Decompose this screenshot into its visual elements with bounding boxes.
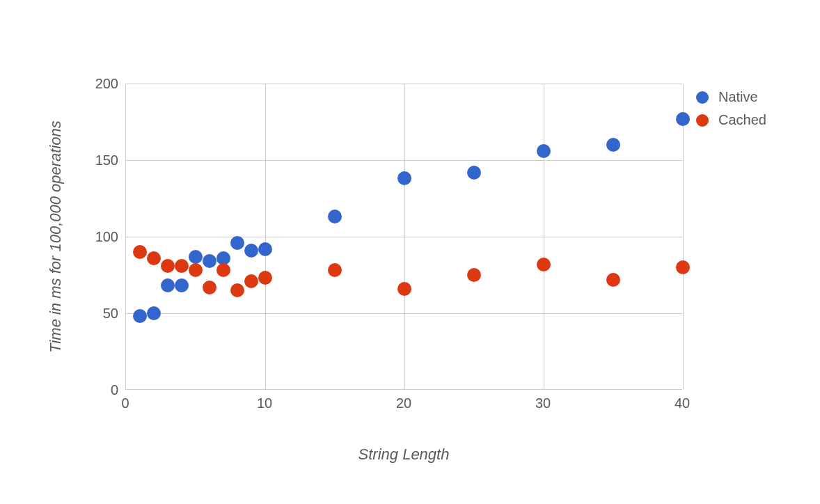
grid-line-vertical xyxy=(544,84,544,389)
data-point xyxy=(397,171,411,185)
data-point xyxy=(161,259,175,273)
x-tick-label: 20 xyxy=(396,395,411,411)
data-point xyxy=(244,274,258,288)
scatter-chart: Time in ms for 100,000 operations String… xyxy=(0,0,820,504)
x-tick-label: 40 xyxy=(675,395,690,411)
grid-line-vertical xyxy=(265,84,266,389)
data-point xyxy=(537,258,551,271)
data-point xyxy=(676,260,690,274)
data-point xyxy=(147,251,161,265)
y-tick-label: 100 xyxy=(84,229,118,245)
data-point xyxy=(175,278,189,292)
data-point xyxy=(189,250,203,264)
x-axis-label: String Length xyxy=(358,446,450,464)
y-axis-label: Time in ms for 100,000 operations xyxy=(47,120,65,353)
data-point xyxy=(230,283,244,297)
y-tick-label: 150 xyxy=(84,152,118,168)
data-point xyxy=(467,166,481,180)
data-point xyxy=(230,236,244,250)
data-point xyxy=(133,245,147,259)
data-point xyxy=(175,259,189,273)
data-point xyxy=(203,281,216,294)
x-tick-label: 0 xyxy=(121,395,129,411)
plot-area xyxy=(125,84,682,390)
data-point xyxy=(258,242,272,256)
legend-item[interactable]: Native xyxy=(696,89,766,105)
y-tick-label: 200 xyxy=(84,76,118,92)
data-point xyxy=(147,306,161,320)
data-point xyxy=(606,273,620,287)
grid-line-vertical xyxy=(683,84,684,389)
data-point xyxy=(606,138,620,152)
data-point xyxy=(203,254,216,268)
legend-item[interactable]: Cached xyxy=(696,112,766,128)
data-point xyxy=(161,278,175,292)
data-point xyxy=(258,271,272,285)
y-tick-label: 0 xyxy=(84,382,118,398)
y-tick-label: 50 xyxy=(84,306,118,322)
data-point xyxy=(676,112,690,126)
x-tick-label: 10 xyxy=(257,395,272,411)
legend: NativeCached xyxy=(696,89,766,135)
data-point xyxy=(133,309,147,323)
data-point xyxy=(537,144,551,158)
data-point xyxy=(467,268,481,282)
legend-label: Native xyxy=(718,89,758,105)
grid-line-vertical xyxy=(404,84,405,389)
data-point xyxy=(397,282,411,296)
data-point xyxy=(328,210,342,223)
data-point xyxy=(328,263,342,277)
data-point xyxy=(216,263,230,277)
legend-swatch-icon xyxy=(696,91,709,104)
legend-swatch-icon xyxy=(696,114,709,127)
x-tick-label: 30 xyxy=(535,395,551,411)
data-point xyxy=(189,263,203,277)
legend-label: Cached xyxy=(718,112,766,128)
data-point xyxy=(244,244,258,258)
